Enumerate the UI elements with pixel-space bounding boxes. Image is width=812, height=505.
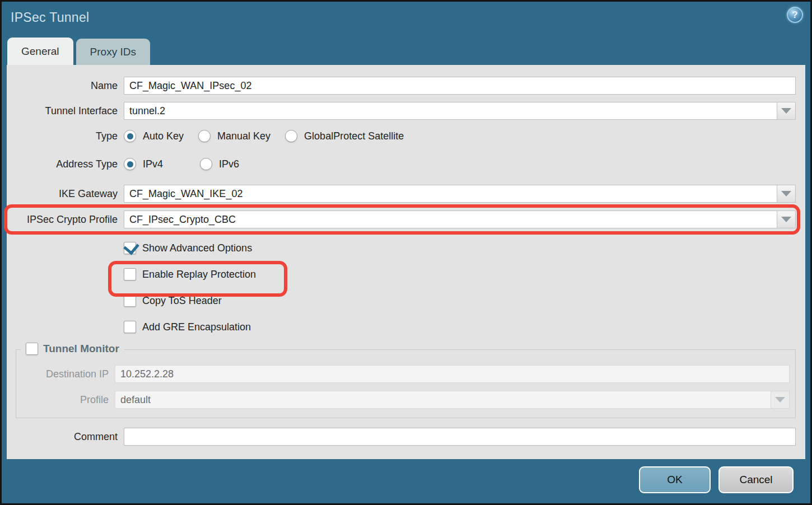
ipsec-crypto-profile-row: IPSec Crypto Profile CF_IPsec_Crypto_CBC	[7, 211, 796, 228]
show-advanced-options-checkbox[interactable]	[124, 242, 136, 254]
tunnel-monitor-legend: Tunnel Monitor	[21, 343, 124, 355]
dialog-footer: OK Cancel	[2, 456, 810, 503]
comment-label: Comment	[7, 431, 118, 443]
destination-ip-label: Destination IP	[16, 368, 109, 380]
ipsec-crypto-profile-dropdown-button[interactable]	[777, 211, 796, 228]
copy-tos-header-label[interactable]: Copy ToS Header	[142, 295, 222, 307]
tunnel-interface-label: Tunnel Interface	[7, 105, 118, 117]
radio-button-icon[interactable]	[124, 130, 136, 142]
add-gre-encapsulation-checkbox[interactable]	[124, 321, 136, 333]
radio-button-icon[interactable]	[124, 158, 136, 170]
radio-auto-key[interactable]: Auto Key	[124, 130, 184, 142]
ipsec-crypto-profile-input[interactable]: CF_IPsec_Crypto_CBC	[124, 211, 777, 228]
radio-button-icon[interactable]	[285, 130, 297, 142]
ike-gateway-label: IKE Gateway	[7, 188, 118, 200]
comment-row: Comment	[7, 428, 796, 446]
tunnel-monitor-label[interactable]: Tunnel Monitor	[43, 343, 119, 355]
destination-ip-row: Destination IP 10.252.2.28	[16, 365, 790, 383]
chevron-down-icon	[781, 108, 791, 114]
tunnel-interface-input[interactable]: tunnel.2	[124, 102, 777, 120]
tunnel-interface-dropdown-button[interactable]	[777, 102, 796, 120]
profile-row: Profile default	[16, 391, 790, 409]
address-type-row: Address Type IPv4 IPv6	[7, 157, 796, 171]
ike-gateway-row: IKE Gateway CF_Magic_WAN_IKE_02	[7, 185, 796, 203]
ipsec-tunnel-dialog: IPSec Tunnel ? General Proxy IDs Name CF…	[0, 0, 812, 505]
dialog-title: IPSec Tunnel	[11, 10, 89, 25]
cancel-button[interactable]: Cancel	[718, 466, 794, 493]
add-gre-encapsulation-row: Add GRE Encapsulation	[7, 321, 796, 333]
add-gre-encapsulation-label[interactable]: Add GRE Encapsulation	[142, 321, 251, 333]
chevron-down-icon	[781, 191, 791, 197]
tab-bar: General Proxy IDs	[2, 36, 810, 65]
show-advanced-options-row: Show Advanced Options	[7, 242, 796, 254]
show-advanced-options-label[interactable]: Show Advanced Options	[142, 242, 252, 254]
chevron-down-icon	[775, 397, 785, 403]
profile-dropdown-button	[771, 391, 790, 409]
name-row: Name CF_Magic_WAN_IPsec_02	[7, 77, 796, 95]
general-tab-panel: Name CF_Magic_WAN_IPsec_02 Tunnel Interf…	[7, 65, 805, 459]
profile-input: default	[115, 391, 771, 409]
tunnel-monitor-checkbox[interactable]	[26, 343, 38, 355]
radio-button-icon[interactable]	[200, 158, 212, 170]
name-input[interactable]: CF_Magic_WAN_IPsec_02	[124, 77, 796, 95]
profile-label: Profile	[16, 394, 109, 406]
comment-input[interactable]	[124, 428, 796, 446]
dialog-titlebar: IPSec Tunnel ?	[2, 2, 810, 36]
type-label: Type	[7, 130, 118, 142]
tab-general[interactable]: General	[7, 38, 73, 65]
question-mark-glyph: ?	[792, 10, 797, 20]
copy-tos-header-row: Copy ToS Header	[7, 294, 796, 307]
enable-replay-protection-row: Enable Replay Protection	[7, 268, 796, 280]
tunnel-monitor-section: Tunnel Monitor Destination IP 10.252.2.2…	[16, 349, 796, 418]
name-label: Name	[7, 80, 118, 92]
help-icon[interactable]: ?	[787, 7, 803, 23]
ok-button[interactable]: OK	[639, 466, 711, 493]
address-type-label: Address Type	[7, 158, 118, 170]
ipsec-crypto-profile-label: IPSec Crypto Profile	[7, 214, 118, 226]
radio-button-icon[interactable]	[198, 130, 211, 142]
copy-tos-header-checkbox[interactable]	[124, 294, 136, 307]
ike-gateway-dropdown-button[interactable]	[777, 185, 796, 203]
type-row: Type Auto Key Manual Key GlobalProtect S…	[7, 129, 796, 143]
radio-manual-key[interactable]: Manual Key	[198, 130, 270, 142]
tab-proxy-ids[interactable]: Proxy IDs	[76, 39, 150, 65]
radio-ipv4[interactable]: IPv4	[124, 158, 163, 170]
radio-globalprotect-satellite[interactable]: GlobalProtect Satellite	[285, 130, 404, 142]
destination-ip-input: 10.252.2.28	[115, 365, 790, 383]
tunnel-interface-row: Tunnel Interface tunnel.2	[7, 102, 796, 120]
ike-gateway-input[interactable]: CF_Magic_WAN_IKE_02	[124, 185, 777, 203]
enable-replay-protection-checkbox[interactable]	[124, 268, 136, 280]
radio-ipv6[interactable]: IPv6	[200, 158, 239, 170]
enable-replay-protection-label[interactable]: Enable Replay Protection	[142, 269, 256, 280]
chevron-down-icon	[781, 217, 791, 222]
